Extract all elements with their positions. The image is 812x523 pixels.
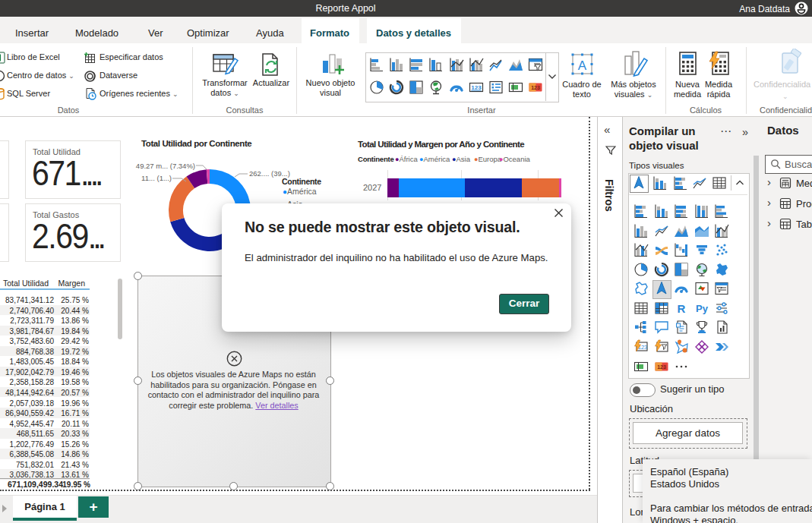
svg-text:123: 123: [657, 364, 666, 370]
svg-text:A: A: [578, 58, 587, 73]
svg-text:123: 123: [471, 84, 482, 91]
svg-text:Py: Py: [696, 303, 709, 314]
svg-text:R: R: [678, 302, 686, 315]
svg-text:123: 123: [531, 85, 540, 90]
